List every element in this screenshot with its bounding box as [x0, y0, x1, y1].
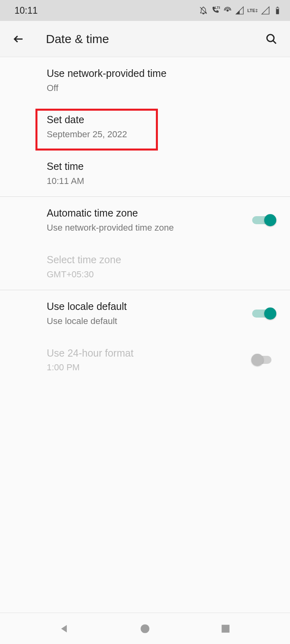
status-time: 10:11 — [14, 5, 38, 16]
row-title: Use locale default — [47, 300, 252, 314]
nav-recent-button[interactable] — [217, 620, 234, 638]
svg-rect-4 — [276, 8, 279, 9]
row-sub: 1:00 PM — [47, 361, 252, 374]
nav-home-button[interactable] — [136, 620, 154, 638]
svg-rect-7 — [222, 625, 230, 633]
row-sub: Use locale default — [47, 315, 252, 327]
row-sub: GMT+05:30 — [47, 268, 276, 281]
status-bar: 10:11 LTE LTE‡ — [0, 0, 290, 21]
row-title: Use network-provided time — [47, 67, 276, 80]
dnd-icon — [199, 6, 208, 15]
row-locale-default[interactable]: Use locale default Use locale default — [0, 290, 290, 336]
row-24hour: Use 24-hour format 1:00 PM — [0, 337, 290, 383]
row-select-timezone: Select time zone GMT+05:30 — [0, 244, 290, 290]
battery-icon — [273, 6, 282, 15]
svg-rect-3 — [277, 7, 278, 8]
row-sub: Off — [47, 82, 276, 94]
row-title: Automatic time zone — [47, 206, 252, 220]
locale-default-toggle[interactable] — [252, 307, 276, 320]
settings-content: Use network-provided time Off Set date S… — [0, 57, 290, 383]
nav-back-button[interactable] — [56, 620, 73, 638]
page-title: Date & time — [46, 32, 262, 46]
section-time: Use network-provided time Off Set date S… — [0, 57, 290, 197]
svg-point-6 — [141, 624, 149, 633]
24hour-toggle — [252, 353, 276, 366]
row-title: Set time — [47, 160, 276, 173]
navigation-bar — [0, 613, 290, 644]
back-button[interactable] — [9, 29, 28, 49]
search-button[interactable] — [262, 29, 281, 49]
lte-badge: LTE‡ — [247, 8, 258, 13]
row-auto-timezone[interactable]: Automatic time zone Use network-provided… — [0, 197, 290, 243]
status-icons: LTE LTE‡ — [199, 6, 282, 15]
row-title: Select time zone — [47, 253, 276, 267]
search-icon — [265, 33, 278, 45]
row-title: Set date — [47, 113, 276, 127]
row-set-time[interactable]: Set time 10:11 AM — [0, 150, 290, 196]
signal-2-icon — [261, 6, 270, 15]
section-timezone: Automatic time zone Use network-provided… — [0, 197, 290, 290]
app-bar: Date & time — [0, 21, 290, 57]
hotspot-icon — [223, 6, 232, 15]
triangle-back-icon — [59, 623, 70, 634]
svg-point-1 — [226, 9, 229, 12]
row-title: Use 24-hour format — [47, 347, 252, 360]
signal-1-icon — [235, 6, 244, 15]
arrow-left-icon — [12, 33, 25, 45]
auto-timezone-toggle[interactable] — [252, 214, 276, 227]
row-sub: Use network-provided time zone — [47, 222, 252, 234]
row-sub: September 25, 2022 — [47, 128, 276, 140]
row-network-time[interactable]: Use network-provided time Off — [0, 57, 290, 103]
row-set-date[interactable]: Set date September 25, 2022 — [0, 103, 290, 150]
svg-point-5 — [267, 34, 274, 41]
square-recent-icon — [220, 623, 231, 634]
circle-home-icon — [140, 623, 150, 634]
row-sub: 10:11 AM — [47, 175, 276, 187]
section-locale: Use locale default Use locale default Us… — [0, 290, 290, 383]
svg-text:LTE: LTE — [215, 6, 220, 10]
volte-icon: LTE — [211, 6, 220, 15]
